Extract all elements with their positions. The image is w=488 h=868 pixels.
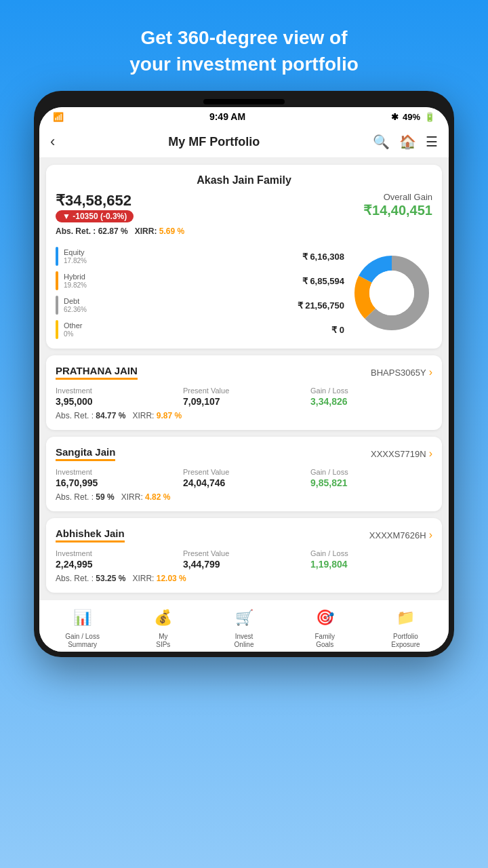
portfolio-exposure-label: PortfolioExposure [391,633,420,649]
gain-label-2: Gain / Loss [310,468,432,476]
invest-val-2: 16,70,995 [56,477,178,488]
invest-online-label: InvestOnline [235,633,254,649]
invest-label-2: Investment [56,468,178,476]
status-time: 9:49 AM [209,111,245,122]
xirr-value: 5.69 % [159,226,184,236]
person-name-1: PRATHANA JAIN [56,365,138,380]
bottom-nav-gain-loss[interactable]: 📊 Gain / LossSummary [42,606,123,649]
bottom-nav: 📊 Gain / LossSummary 💰 MySIPs 🛒 InvestOn… [39,599,449,652]
gain-val-3: 1,19,804 [310,559,432,570]
overall-gain-value: ₹14,40,451 [363,202,432,218]
loss-badge: ▼ -10350 (-0.3%) [56,210,134,222]
abs-ret-label: Abs. Ret. : [56,226,96,236]
my-sips-label: MySIPs [156,633,170,649]
svg-point-3 [369,271,414,315]
battery-icon: 🔋 [424,112,435,122]
person-card-2: Sangita Jain XXXXS7719N › Investment 16,… [46,437,442,511]
status-bar: 📶 9:49 AM ✱ 49% 🔋 [39,107,449,126]
battery-level: 49% [403,112,420,122]
family-goals-label: FamilyGoals [314,633,334,649]
search-icon[interactable]: 🔍 [373,134,390,150]
person-abs-3: Abs. Ret. : 53.25 % XIRR: 12.03 % [56,574,432,583]
person-abs-1: Abs. Ret. : 84.77 % XIRR: 9.87 % [56,411,432,420]
person-arrow-3: › [429,529,432,541]
person-arrow-1: › [429,366,432,378]
person-id-text-2: XXXXS7719N [371,449,426,459]
gain-label-1: Gain / Loss [310,387,432,395]
pv-label-3: Present Value [183,549,305,557]
person-stats-3: Investment 2,24,995 Present Value 3,44,7… [56,549,432,570]
family-goals-icon: 🎯 [312,606,337,630]
pv-label-2: Present Value [183,468,305,476]
person-stats-1: Investment 3,95,000 Present Value 7,09,1… [56,387,432,407]
invest-label-1: Investment [56,387,178,395]
person-id-text-1: BHAPS3065Y [371,368,426,378]
person-id-3[interactable]: XXXXM7626H › [369,529,432,541]
invest-val-1: 3,95,000 [56,396,178,407]
header-line2: your investment portfolio [129,54,359,75]
nav-bar: ‹ My MF Portfolio 🔍 🏠 ☰ [39,126,449,158]
gain-loss-label: Gain / LossSummary [65,633,100,649]
nav-title: My MF Portfolio [168,135,260,149]
breakdown-equity: Equity17.82% ₹ 6,16,308 [56,247,344,266]
person-card-3: Abhishek Jain XXXXM7626H › Investment 2,… [46,518,442,593]
pv-val-1: 7,09,107 [183,396,305,407]
breakdown-other: Other0% ₹ 0 [56,320,344,339]
invest-online-icon: 🛒 [232,606,256,630]
phone-screen: 📶 9:49 AM ✱ 49% 🔋 ‹ My MF Portfolio 🔍 🏠 … [39,107,449,652]
breakdown-debt: Debt62.36% ₹ 21,56,750 [56,296,344,315]
person-id-1[interactable]: BHAPS3065Y › [371,366,432,378]
promo-header: Get 360-degree view of your investment p… [102,0,386,91]
home-icon[interactable]: 🏠 [399,134,416,150]
gain-loss-icon: 📊 [70,606,95,630]
bottom-nav-invest-online[interactable]: 🛒 InvestOnline [203,606,284,649]
bluetooth-icon: ✱ [391,112,399,122]
phone-wrapper: 📶 9:49 AM ✱ 49% 🔋 ‹ My MF Portfolio 🔍 🏠 … [34,91,454,657]
pv-label-1: Present Value [183,387,305,395]
bottom-nav-family-goals[interactable]: 🎯 FamilyGoals [285,606,365,649]
content-area: Akash Jain Family ₹34,58,652 ▼ -10350 (-… [39,158,449,599]
portfolio-exposure-icon: 📁 [393,606,418,630]
person-abs-2: Abs. Ret. : 59 % XIRR: 4.82 % [56,492,432,502]
person-stats-2: Investment 16,70,995 Present Value 24,04… [56,468,432,488]
back-button[interactable]: ‹ [50,133,55,151]
invest-label-3: Investment [56,549,178,557]
bottom-nav-my-sips[interactable]: 💰 MySIPs [123,606,203,649]
overall-gain-label: Overall Gain [363,192,432,202]
abs-ret-value: 62.87 % [98,226,128,236]
person-arrow-2: › [429,448,432,460]
wifi-icon: 📶 [53,112,64,122]
person-id-text-3: XXXXM7626H [369,530,426,540]
breakdown-hybrid: Hybrid19.82% ₹ 6,85,594 [56,271,344,290]
pv-val-3: 3,44,799 [183,559,305,570]
invest-val-3: 2,24,995 [56,559,178,570]
person-id-2[interactable]: XXXXS7719N › [371,448,432,460]
person-name-3: Abhishek Jain [56,528,125,542]
xirr-label: XIRR: [135,226,157,236]
person-name-2: Sangita Jain [56,446,115,461]
person-card-1: PRATHANA JAIN BHAPS3065Y › Investment 3,… [46,355,442,430]
total-amount: ₹34,58,652 [56,192,184,210]
gain-val-1: 3,34,826 [310,396,432,407]
menu-icon[interactable]: ☰ [426,134,438,150]
family-name: Akash Jain Family [56,174,432,186]
header-line1: Get 360-degree view of [140,27,347,48]
pv-val-2: 24,04,746 [183,477,305,488]
donut-chart [351,252,432,334]
bottom-nav-portfolio-exposure[interactable]: 📁 PortfolioExposure [365,606,446,649]
gain-label-3: Gain / Loss [310,549,432,557]
my-sips-icon: 💰 [151,606,176,630]
gain-val-2: 9,85,821 [310,477,432,488]
portfolio-summary-card: Akash Jain Family ₹34,58,652 ▼ -10350 (-… [46,165,442,349]
